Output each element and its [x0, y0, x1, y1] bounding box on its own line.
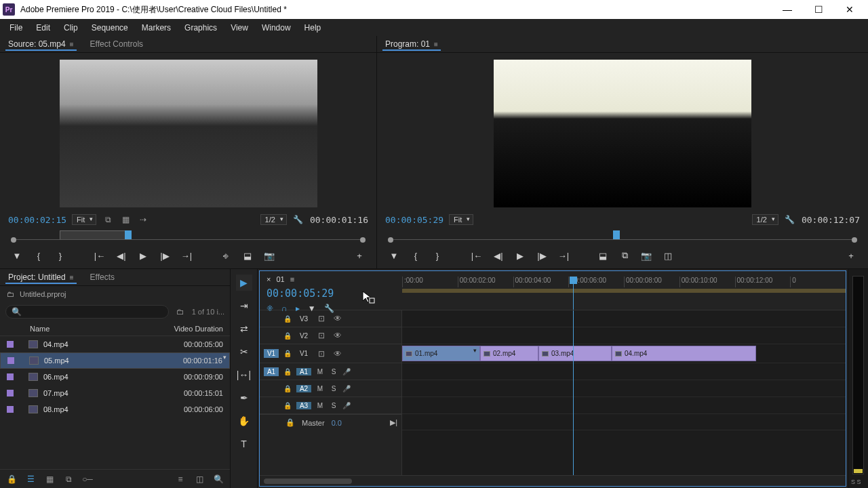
icon-view-icon[interactable]: ▦: [43, 473, 56, 485]
track-header[interactable]: 🔒A2MS🎤: [260, 380, 401, 397]
add-marker-icon[interactable]: ▼: [388, 249, 400, 262]
source-scrubber[interactable]: [11, 230, 366, 245]
program-res-select[interactable]: 1/2: [752, 214, 778, 225]
tab-effects[interactable]: Effects: [87, 270, 117, 284]
timeline-ruler[interactable]: :00:0000:00:02:0000:00:04:0000:00:06:000…: [402, 271, 846, 310]
bin-header[interactable]: Name Video Duration: [0, 321, 230, 336]
timeline-timecode[interactable]: 00:00:05:29: [267, 287, 395, 300]
overwrite-icon[interactable]: ⬓: [241, 249, 254, 262]
track-row[interactable]: [402, 363, 846, 380]
menu-clip[interactable]: Clip: [57, 20, 85, 35]
track-target[interactable]: V2: [296, 332, 311, 340]
play-icon[interactable]: ▶: [514, 249, 526, 262]
step-fwd-icon[interactable]: |▶: [159, 249, 171, 262]
timeline-clip[interactable]: 01.mp4: [402, 346, 480, 361]
play-icon[interactable]: ▶: [137, 249, 149, 262]
type-tool[interactable]: T: [236, 436, 252, 452]
go-out-icon[interactable]: →|: [180, 249, 193, 262]
timeline-clip[interactable]: 03.mp4: [538, 346, 612, 361]
step-fwd-icon[interactable]: |▶: [536, 249, 548, 262]
menu-window[interactable]: Window: [255, 20, 298, 35]
timeline-h-scroll[interactable]: [260, 475, 846, 486]
bin-item[interactable]: 04.mp400:00:05:00: [0, 336, 230, 352]
track-row[interactable]: 01.mp402.mp403.mp404.mp4: [402, 344, 846, 363]
source-crop-icon[interactable]: ⧉: [102, 214, 114, 226]
sort-icon[interactable]: ≡: [174, 473, 186, 485]
find-icon[interactable]: 🔍: [212, 473, 224, 485]
close-button[interactable]: ✕: [834, 0, 865, 19]
track-header[interactable]: 🔒A3MS🎤: [260, 397, 401, 414]
playhead[interactable]: [573, 277, 574, 310]
program-timecode[interactable]: 00:00:05:29: [385, 215, 443, 225]
lock-icon[interactable]: 🔒: [283, 368, 292, 375]
track-row[interactable]: [402, 397, 846, 414]
sync-lock-icon[interactable]: ⊡: [315, 329, 328, 342]
voice-icon[interactable]: 🎤: [342, 385, 351, 392]
mark-out-icon[interactable]: }: [54, 249, 66, 262]
program-zoom-select[interactable]: Fit: [449, 214, 473, 225]
go-in-icon[interactable]: |←: [94, 249, 106, 262]
master-track[interactable]: 🔒Master0.0▶|: [260, 414, 401, 430]
export-frame-icon[interactable]: 📷: [263, 249, 275, 262]
source-timecode[interactable]: 00:00:02:15: [8, 215, 66, 225]
track-target[interactable]: V3: [296, 315, 311, 323]
extract-icon[interactable]: ⧉: [618, 249, 631, 262]
source-patch[interactable]: A1: [264, 367, 279, 376]
menu-file[interactable]: File: [3, 20, 29, 35]
menu-graphics[interactable]: Graphics: [178, 20, 224, 35]
export-frame-icon[interactable]: 📷: [640, 249, 652, 262]
source-zoom-select[interactable]: Fit: [72, 214, 96, 225]
track-header[interactable]: 🔒V3⊡👁: [260, 310, 401, 327]
track-target[interactable]: V1: [296, 350, 311, 357]
ripple-tool[interactable]: ⇄: [236, 321, 252, 337]
sync-lock-icon[interactable]: ⊡: [315, 348, 328, 360]
source-patch[interactable]: V1: [264, 349, 279, 358]
eye-icon[interactable]: 👁: [332, 329, 344, 342]
lock-icon[interactable]: 🔒: [283, 385, 292, 392]
track-row[interactable]: [402, 380, 846, 397]
track-row[interactable]: [402, 327, 846, 344]
timeline-clip[interactable]: 02.mp4: [480, 346, 538, 361]
bin-item[interactable]: 06.mp400:00:09:00: [0, 369, 230, 385]
track-header[interactable]: 🔒V2⊡👁: [260, 327, 401, 344]
track-header[interactable]: V1🔒V1⊡👁: [260, 344, 401, 363]
track-target[interactable]: A3: [296, 402, 311, 409]
selection-tool[interactable]: ▶: [236, 274, 252, 291]
razor-tool[interactable]: ✂: [236, 344, 252, 360]
wrench-icon[interactable]: 🔧: [784, 214, 796, 226]
automate-icon[interactable]: ◫: [193, 473, 205, 485]
lift-icon[interactable]: ⬓: [597, 249, 609, 262]
lock-icon[interactable]: 🔒: [283, 332, 292, 340]
bin-item[interactable]: 07.mp400:00:15:01: [0, 385, 230, 401]
wrench-icon[interactable]: 🔧: [292, 214, 304, 226]
mark-out-icon[interactable]: }: [431, 249, 443, 262]
lock-icon[interactable]: 🔒: [5, 473, 18, 485]
minimize-button[interactable]: —: [772, 0, 803, 19]
program-scrubber[interactable]: [388, 230, 857, 245]
tab-program[interactable]: Program: 01≡: [382, 37, 441, 51]
tab-source[interactable]: Source: 05.mp4≡: [5, 37, 77, 51]
source-view[interactable]: [60, 60, 317, 207]
go-in-icon[interactable]: |←: [471, 249, 483, 262]
list-view-icon[interactable]: ☰: [24, 473, 37, 485]
new-bin-icon[interactable]: 🗀: [174, 306, 186, 318]
step-back-icon[interactable]: ◀|: [115, 249, 127, 262]
track-select-tool[interactable]: ⇥: [236, 298, 252, 314]
menu-markers[interactable]: Markers: [135, 20, 178, 35]
track-target[interactable]: A2: [296, 385, 311, 392]
mark-in-icon[interactable]: {: [410, 249, 422, 262]
hand-tool[interactable]: ✋: [236, 413, 252, 429]
goto-end-icon[interactable]: ▶|: [390, 418, 397, 427]
track-header[interactable]: A1🔒A1MS🎤: [260, 363, 401, 380]
tab-project[interactable]: Project: Untitled≡: [5, 270, 77, 284]
program-view[interactable]: [494, 60, 751, 207]
source-res-select[interactable]: 1/2: [260, 214, 287, 225]
bin-item[interactable]: 05.mp400:00:01:16: [0, 352, 230, 369]
maximize-button[interactable]: ☐: [803, 0, 834, 19]
slip-tool[interactable]: |↔|: [236, 367, 252, 383]
freeform-view-icon[interactable]: ⧉: [62, 473, 75, 485]
track-area[interactable]: 01.mp402.mp403.mp404.mp4: [402, 310, 846, 475]
menu-edit[interactable]: Edit: [29, 20, 57, 35]
timeline-clip[interactable]: 04.mp4: [612, 346, 756, 361]
bin-item[interactable]: 08.mp400:00:06:00: [0, 401, 230, 418]
